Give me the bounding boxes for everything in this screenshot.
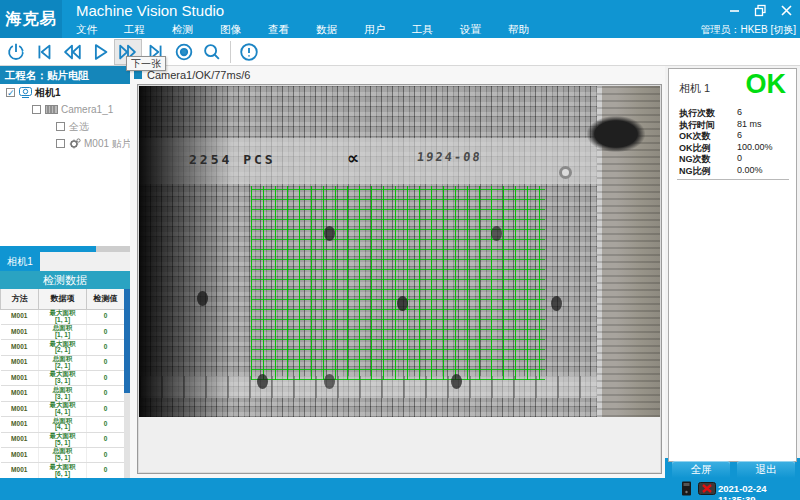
cell-data-item: 最大面积[5, 1] bbox=[39, 432, 87, 447]
menu-item[interactable]: 检测 bbox=[172, 22, 193, 38]
cell-data-item: 最大面积[4, 1] bbox=[39, 401, 87, 416]
tray-date-code: 1924-08 bbox=[416, 150, 482, 164]
cell-method: M001 bbox=[1, 401, 39, 416]
table-row[interactable]: M001最大面积[1, 1]0 bbox=[1, 309, 125, 324]
menu-item[interactable]: 帮助 bbox=[508, 22, 529, 38]
cell-value: 0 bbox=[87, 432, 125, 447]
title-bar: Machine Vision Studio bbox=[0, 0, 800, 22]
detection-data-title: 检测数据 bbox=[0, 271, 130, 289]
stat-label: 执行时间 bbox=[679, 119, 737, 131]
play-button[interactable] bbox=[86, 39, 114, 65]
tree-item-label: 相机1 bbox=[35, 86, 61, 100]
cell-method: M001 bbox=[1, 324, 39, 339]
search-button[interactable] bbox=[198, 39, 226, 65]
switch-user-link[interactable]: [切换] bbox=[770, 24, 796, 35]
cell-value: 0 bbox=[87, 309, 125, 324]
cell-value: 0 bbox=[87, 448, 125, 463]
stat-row: OK比例100.00% bbox=[679, 142, 787, 154]
column-header: 数据项 bbox=[39, 289, 87, 309]
table-row[interactable]: M001最大面积[2, 1]0 bbox=[1, 340, 125, 355]
cell-data-item: 总面积[4, 1] bbox=[39, 417, 87, 432]
cell-data-item: 总面积[3, 1] bbox=[39, 386, 87, 401]
search-icon bbox=[201, 41, 223, 63]
cell-data-item: 最大面积[2, 1] bbox=[39, 340, 87, 355]
cell-value: 0 bbox=[87, 417, 125, 432]
pc-status-icon bbox=[681, 481, 692, 500]
stat-label: OK比例 bbox=[679, 142, 737, 154]
cell-method: M001 bbox=[1, 371, 39, 386]
cell-value: 0 bbox=[87, 401, 125, 416]
tab-camera1[interactable]: 相机1 bbox=[0, 252, 40, 271]
project-name-header: 工程名：贴片电阻 bbox=[0, 66, 130, 84]
menu-item[interactable]: 用户 bbox=[364, 22, 385, 38]
table-row[interactable]: M001最大面积[3, 1]0 bbox=[1, 371, 125, 386]
checkbox-unchecked[interactable] bbox=[56, 122, 65, 131]
cell-value: 0 bbox=[87, 340, 125, 355]
checkbox-unchecked[interactable] bbox=[56, 139, 65, 148]
camera-image[interactable]: 2254 PCS ∝ 1924-08 bbox=[139, 86, 660, 417]
tree-item[interactable]: M001 贴片电阻检测 bbox=[0, 135, 130, 152]
menu-item[interactable]: 设置 bbox=[460, 22, 481, 38]
table-row[interactable]: M001最大面积[4, 1]0 bbox=[1, 401, 125, 416]
menu-bar: 文件工程检测图像查看数据用户工具设置帮助 管理员：HKEB [切换] bbox=[0, 22, 800, 38]
menu-items: 文件工程检测图像查看数据用户工具设置帮助 bbox=[76, 22, 556, 38]
brand-logo: 海克易邦 bbox=[0, 0, 62, 38]
toolbar bbox=[0, 38, 800, 66]
table-row[interactable]: M001总面积[4, 1]0 bbox=[1, 417, 125, 432]
table-row[interactable]: M001总面积[2, 1]0 bbox=[1, 355, 125, 370]
tree-item[interactable]: Camera1_1 bbox=[0, 101, 130, 118]
exit-button[interactable]: 退出 bbox=[737, 461, 795, 478]
detection-overlay-grid bbox=[251, 186, 545, 380]
menu-item[interactable]: 工具 bbox=[412, 22, 433, 38]
cell-data-item: 最大面积[3, 1] bbox=[39, 371, 87, 386]
stat-row: NG比例0.00% bbox=[679, 165, 787, 177]
cell-value: 0 bbox=[87, 386, 125, 401]
checkbox-checked[interactable]: ✓ bbox=[6, 88, 15, 97]
detection-table: 方法数据项检测值 M001最大面积[1, 1]0M001总面积[1, 1]0M0… bbox=[0, 289, 125, 479]
fast-backward-button[interactable] bbox=[58, 39, 86, 65]
checkbox-unchecked[interactable] bbox=[32, 105, 41, 114]
camera-stats-card: 相机 1 OK 执行次数6执行时间81 msOK次数6OK比例100.00%NG… bbox=[668, 68, 797, 462]
cell-method: M001 bbox=[1, 432, 39, 447]
menu-item[interactable]: 数据 bbox=[316, 22, 337, 38]
menu-item[interactable]: 工程 bbox=[124, 22, 145, 38]
window-controls bbox=[726, 2, 794, 18]
close-icon[interactable] bbox=[778, 2, 794, 18]
cell-value: 0 bbox=[87, 355, 125, 370]
restore-button[interactable] bbox=[752, 2, 768, 18]
tree-item-label: Camera1_1 bbox=[61, 104, 113, 115]
record-icon bbox=[173, 41, 195, 63]
gear-icon bbox=[69, 138, 81, 149]
stat-row: 执行次数6 bbox=[679, 107, 787, 119]
fast-backward-icon bbox=[61, 41, 83, 63]
tree-item[interactable]: ✓相机1 bbox=[0, 84, 130, 101]
alert-button[interactable] bbox=[235, 39, 263, 65]
stat-value: 81 ms bbox=[737, 119, 787, 131]
cell-data-item: 总面积[5, 1] bbox=[39, 448, 87, 463]
app-title: Machine Vision Studio bbox=[76, 2, 224, 19]
menu-item[interactable]: 查看 bbox=[268, 22, 289, 38]
menu-item[interactable]: 文件 bbox=[76, 22, 97, 38]
table-row[interactable]: M001最大面积[6, 1]0 bbox=[1, 463, 125, 478]
stat-label: 执行次数 bbox=[679, 107, 737, 119]
tray-pcs-text: 2254 PCS bbox=[189, 152, 276, 167]
cell-data-item: 总面积[1, 1] bbox=[39, 324, 87, 339]
fullscreen-button[interactable]: 全屏 bbox=[672, 461, 730, 478]
user-area: 管理员：HKEB [切换] bbox=[700, 23, 796, 37]
table-row[interactable]: M001总面积[3, 1]0 bbox=[1, 386, 125, 401]
minimize-button[interactable] bbox=[726, 2, 742, 18]
cell-method: M001 bbox=[1, 448, 39, 463]
cell-data-item: 最大面积[6, 1] bbox=[39, 463, 87, 478]
cell-method: M001 bbox=[1, 417, 39, 432]
camera-disconnected-icon bbox=[698, 482, 716, 500]
user-label: 管理员：HKEB bbox=[700, 24, 767, 35]
cell-method: M001 bbox=[1, 309, 39, 324]
tree-item[interactable]: 全选 bbox=[0, 118, 130, 135]
table-row[interactable]: M001总面积[5, 1]0 bbox=[1, 448, 125, 463]
table-row[interactable]: M001最大面积[5, 1]0 bbox=[1, 432, 125, 447]
play-icon bbox=[89, 41, 111, 63]
record-button[interactable] bbox=[170, 39, 198, 65]
menu-item[interactable]: 图像 bbox=[220, 22, 241, 38]
stat-row: NG次数0 bbox=[679, 153, 787, 165]
table-row[interactable]: M001总面积[1, 1]0 bbox=[1, 324, 125, 339]
